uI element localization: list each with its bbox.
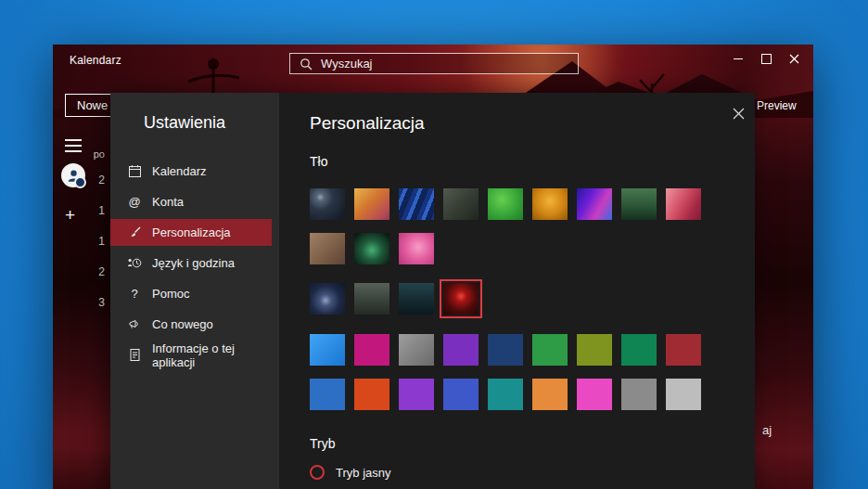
background-thumbnail-pink-flower[interactable] <box>399 233 434 264</box>
close-icon <box>789 54 799 64</box>
color-swatch-navy[interactable] <box>488 334 523 366</box>
sidebar-item-konta[interactable]: @ Konta <box>110 188 272 215</box>
search-icon <box>300 58 313 71</box>
background-thumbnail-halloween-red[interactable] <box>443 283 479 315</box>
sidebar-item-pomoc[interactable]: ? Pomoc <box>110 280 272 307</box>
window-title: Kalendarz <box>70 54 121 67</box>
solid-colors-row-2 <box>310 379 701 410</box>
light-mode-option[interactable]: Tryb jasny <box>310 465 390 480</box>
mini-calendar-day[interactable]: 2 <box>81 257 105 288</box>
settings-sidebar: Ustawienia Kalendarz @ Konta Person <box>110 93 279 489</box>
search-input[interactable]: Wyszukaj <box>289 53 579 74</box>
color-swatch-emerald[interactable] <box>621 334 657 366</box>
close-settings-button[interactable] <box>729 104 747 122</box>
color-swatch-blue[interactable] <box>310 379 345 410</box>
search-placeholder: Wyszukaj <box>321 57 373 71</box>
background-section-label: Tło <box>310 154 327 169</box>
background-thumbnail-forest[interactable] <box>621 188 657 220</box>
settings-panel: Ustawienia Kalendarz @ Konta Person <box>110 93 755 489</box>
color-swatch-teal[interactable] <box>488 379 523 410</box>
background-thumbnail-frosted-leaves[interactable] <box>443 188 479 220</box>
background-thumbnail-night-sky[interactable] <box>310 188 345 220</box>
language-time-icon <box>127 256 142 271</box>
sidebar-item-label: Konta <box>152 195 184 209</box>
maximize-icon <box>761 54 772 64</box>
close-icon <box>733 108 745 120</box>
account-avatar[interactable] <box>61 163 85 187</box>
accounts-icon: @ <box>127 195 142 210</box>
color-swatch-pink[interactable] <box>577 379 612 410</box>
sidebar-item-personalizacja[interactable]: Personalizacja <box>110 219 272 246</box>
sidebar-item-label: Personalizacja <box>152 225 231 239</box>
background-thumbnail-orange-flower[interactable] <box>354 188 389 220</box>
add-calendar-button[interactable]: + <box>65 206 75 224</box>
background-photos-row-1 <box>310 188 701 220</box>
window-controls <box>724 46 808 71</box>
calendar-app-window: Kalendarz Wyszukaj Nowe z Preview + po 2… <box>53 45 813 489</box>
mode-section-label: Tryb <box>310 436 335 451</box>
sidebar-item-co-nowego[interactable]: Co nowego <box>110 311 272 338</box>
sidebar-item-label: Informacje o tej aplikacji <box>152 341 272 369</box>
background-thumbnail-aurora[interactable] <box>354 233 389 264</box>
sidebar-item-label: Pomoc <box>152 287 189 301</box>
background-photos-row-2 <box>310 233 434 264</box>
whats-new-icon <box>127 317 142 332</box>
mini-calendar-day[interactable]: 3 <box>81 288 105 318</box>
mini-calendar-day[interactable]: 1 <box>81 226 105 257</box>
preview-badge: Preview <box>757 99 797 112</box>
settings-title: Ustawienia <box>144 113 225 133</box>
settings-nav: Kalendarz @ Konta Personalizacja <box>110 158 272 372</box>
sidebar-item-label: Język i godzina <box>152 256 235 270</box>
personalization-icon <box>127 225 142 240</box>
color-swatch-gray-gradient[interactable] <box>399 334 434 366</box>
color-swatch-gray-light[interactable] <box>666 379 701 410</box>
minimize-button[interactable] <box>724 46 752 71</box>
background-thumbnail-night-figure[interactable] <box>310 283 345 315</box>
mini-calendar-weekday: po <box>81 148 105 160</box>
background-thumbnail-misty-landscape[interactable] <box>354 283 389 315</box>
color-swatch-purple[interactable] <box>443 334 479 366</box>
color-swatch-orange[interactable] <box>532 379 568 410</box>
color-swatch-azure[interactable] <box>310 334 345 366</box>
hamburger-menu-button[interactable] <box>65 139 82 152</box>
help-icon: ? <box>127 287 142 302</box>
account-badge-dot <box>74 176 86 188</box>
sidebar-item-label: Kalendarz <box>152 164 207 178</box>
background-thumbnail-green-leaves[interactable] <box>488 188 523 220</box>
close-window-button[interactable] <box>780 46 808 71</box>
mini-calendar-days: 21123 <box>81 165 105 318</box>
color-swatch-gray-medium[interactable] <box>621 379 657 410</box>
sidebar-item-kalendarz[interactable]: Kalendarz <box>110 158 272 185</box>
color-swatch-magenta[interactable] <box>354 334 389 366</box>
sidebar-item-informacje[interactable]: Informacje o tej aplikacji <box>110 341 272 368</box>
settings-content: Personalizacja Tło Tryb <box>279 93 755 489</box>
background-photos-row-3 <box>310 283 479 315</box>
color-swatch-green[interactable] <box>532 334 568 366</box>
calendar-icon <box>127 164 142 179</box>
color-swatch-orange-red[interactable] <box>354 379 389 410</box>
maximize-button[interactable] <box>752 46 780 71</box>
background-thumbnail-neon-lights[interactable] <box>577 188 612 220</box>
background-thumbnail-sand-texture[interactable] <box>310 233 345 264</box>
color-swatch-violet[interactable] <box>399 379 434 410</box>
background-thumbnail-amber-glow[interactable] <box>532 188 568 220</box>
solid-colors-row-1 <box>310 334 701 366</box>
color-swatch-dark-red[interactable] <box>666 334 701 366</box>
color-swatch-indigo[interactable] <box>443 379 479 410</box>
personalization-title: Personalizacja <box>310 113 425 134</box>
mini-calendar-day[interactable]: 1 <box>81 196 105 226</box>
background-thumbnail-dark-teal-night[interactable] <box>399 283 434 315</box>
background-thumbnail-blue-architecture[interactable] <box>399 188 434 220</box>
right-edge-text-fragment: aj <box>762 423 772 437</box>
sidebar-item-jezyk-i-godzina[interactable]: Język i godzina <box>110 250 272 277</box>
background-thumbnail-red-ribbon[interactable] <box>666 188 701 220</box>
sidebar-item-label: Co nowego <box>152 317 213 331</box>
color-swatch-olive[interactable] <box>577 334 612 366</box>
minimize-icon <box>734 58 743 59</box>
radio-icon <box>310 465 325 480</box>
about-icon <box>127 348 142 363</box>
light-mode-label: Tryb jasny <box>336 466 390 480</box>
